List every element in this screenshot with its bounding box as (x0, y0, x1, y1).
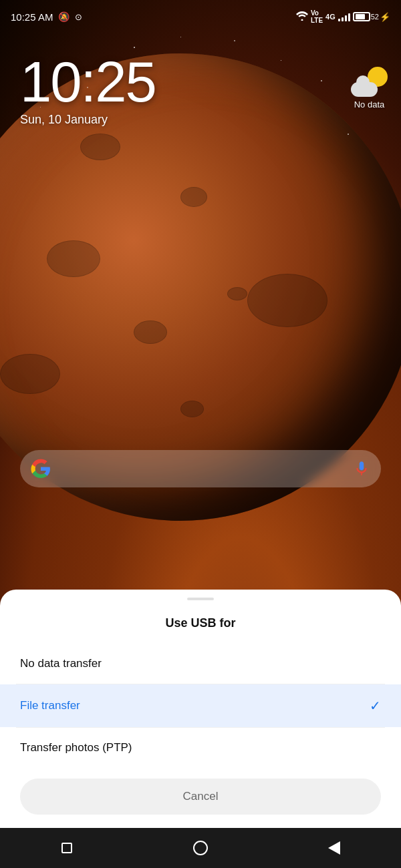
status-left: 10:25 AM 🔕 ⊙ (11, 11, 82, 23)
wifi-icon (296, 11, 308, 23)
network-type: 4G (325, 13, 336, 21)
cancel-button[interactable]: Cancel (20, 779, 381, 815)
status-time: 10:25 AM (11, 11, 53, 23)
back-icon (328, 841, 340, 855)
usb-option-ptp[interactable]: Transfer photos (PTP) (0, 728, 401, 768)
battery-level: 52 (371, 13, 379, 21)
svg-point-0 (301, 19, 303, 21)
usb-option-file-transfer[interactable]: File transfer ✓ (0, 684, 401, 727)
dialog-handle (187, 598, 214, 600)
usb-option-no-transfer[interactable]: No data transfer (0, 644, 401, 684)
usb-option-file-transfer-label: File transfer (20, 699, 80, 712)
home-icon (193, 841, 208, 855)
charging-icon: ⚡ (380, 12, 390, 22)
usb-dialog: Use USB for No data transfer File transf… (0, 590, 401, 828)
usb-option-no-transfer-label: No data transfer (20, 657, 102, 670)
status-bar: 10:25 AM 🔕 ⊙ VoLTE 4G 52 (0, 0, 401, 33)
alarm-icon: 🔕 (58, 11, 70, 22)
volte-icon: VoLTE (311, 9, 323, 24)
battery-indicator: 52 ⚡ (353, 12, 390, 22)
checkmark-icon: ✓ (370, 698, 381, 714)
google-search-bar[interactable] (20, 450, 381, 487)
recent-apps-button[interactable] (57, 839, 76, 857)
google-logo (31, 459, 51, 479)
cancel-label: Cancel (183, 790, 219, 803)
weather-icon (351, 67, 388, 97)
lock-date-display: Sun, 10 January (20, 113, 156, 127)
back-button[interactable] (325, 839, 344, 857)
recent-apps-icon (61, 843, 72, 853)
weather-widget: No data (351, 67, 388, 110)
lock-clock: 10:25 Sun, 10 January (20, 53, 156, 127)
dialog-title: Use USB for (0, 606, 401, 644)
signal-strength (338, 12, 350, 21)
weather-label: No data (354, 99, 385, 110)
microphone-icon[interactable] (353, 460, 370, 477)
home-button[interactable] (191, 839, 210, 857)
lock-time-display: 10:25 (20, 53, 156, 110)
cloud-icon (351, 82, 378, 97)
focus-icon: ⊙ (75, 12, 82, 22)
status-right: VoLTE 4G 52 ⚡ (296, 9, 390, 24)
nav-bar (0, 828, 401, 868)
usb-option-ptp-label: Transfer photos (PTP) (20, 741, 132, 754)
